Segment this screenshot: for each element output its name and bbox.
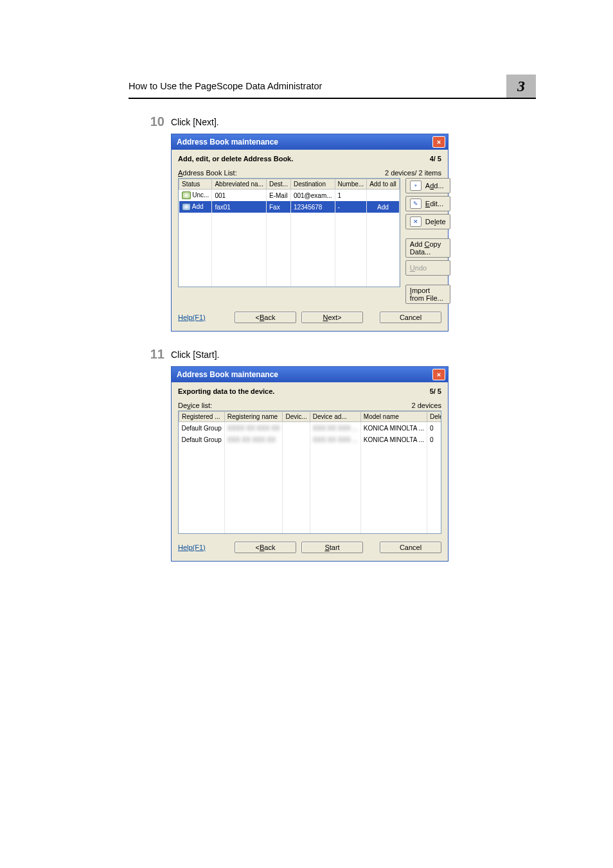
dialog4-counter: 2 devices/ 2 items bbox=[385, 169, 441, 177]
device-list[interactable]: Registered ... Registering name Devic...… bbox=[178, 411, 441, 534]
col-device[interactable]: Devic... bbox=[283, 412, 310, 422]
chapter-tab: 3 bbox=[506, 75, 536, 98]
header-title: How to Use the PageScope Data Administra… bbox=[129, 81, 506, 94]
redacted-text: XXX XX XXX ... bbox=[313, 425, 358, 432]
dialog5-page-indicator: 5/ 5 bbox=[430, 387, 441, 395]
add-icon: + bbox=[410, 181, 422, 191]
close-icon[interactable]: × bbox=[432, 369, 445, 380]
cancel-button[interactable]: Cancel bbox=[380, 312, 441, 323]
back-button[interactable]: <Back bbox=[235, 542, 296, 553]
col-delete[interactable]: Delete bbox=[427, 412, 441, 422]
redacted-text: XXX XX XXX ... bbox=[313, 436, 358, 443]
col-status[interactable]: Status bbox=[179, 179, 212, 190]
next-button[interactable]: Next> bbox=[301, 312, 363, 323]
col-registering-name[interactable]: Registering name bbox=[224, 412, 283, 422]
edit-icon: ✎ bbox=[410, 199, 422, 209]
start-button[interactable]: Start bbox=[301, 542, 363, 553]
dialog5-counter: 2 devices bbox=[412, 402, 441, 409]
col-device-addr[interactable]: Device ad... bbox=[310, 412, 360, 422]
dialog4-list-label: ddress Book List: bbox=[182, 169, 236, 177]
dialog5-subtitle: Exporting data to the device. bbox=[178, 387, 274, 395]
col-registered[interactable]: Registered ... bbox=[179, 412, 225, 422]
redacted-text: XXX XX XXX XX bbox=[227, 436, 276, 443]
step-10-number: 10 bbox=[129, 114, 171, 128]
dialog4-subtitle: Add, edit, or delete Address Book. bbox=[178, 155, 293, 163]
dialog5-title: Address Book maintenance bbox=[177, 370, 432, 379]
table-row[interactable]: Default Group XXXX XX XXX XX XXX XX XXX … bbox=[179, 422, 442, 434]
help-link[interactable]: Help(F1) bbox=[178, 544, 229, 551]
dialog4-page-indicator: 4/ 5 bbox=[430, 155, 441, 163]
status-unchanged-icon bbox=[182, 191, 191, 199]
col-dest[interactable]: Dest... bbox=[267, 179, 291, 190]
cancel-button[interactable]: Cancel bbox=[380, 542, 441, 553]
delete-icon: ✕ bbox=[410, 217, 422, 227]
status-add-icon bbox=[182, 203, 191, 211]
col-abbr[interactable]: Abbreviated na... bbox=[212, 179, 267, 190]
table-row[interactable]: Default Group XXX XX XXX XX XXX XX XXX .… bbox=[179, 434, 442, 445]
table-row[interactable]: Unc... 001 E-Mail 001@exam... 1 bbox=[179, 190, 400, 202]
col-destination[interactable]: Destination bbox=[290, 179, 335, 190]
back-button[interactable]: <Back bbox=[235, 312, 296, 323]
col-addtoall[interactable]: Add to all bbox=[367, 179, 400, 190]
add-button[interactable]: + Add... bbox=[405, 178, 450, 193]
undo-button: Undo bbox=[405, 260, 450, 276]
step-10-text: Click [Next]. bbox=[171, 114, 536, 127]
redacted-text: XXXX XX XXX XX bbox=[227, 425, 280, 432]
step-11-text: Click [Start]. bbox=[171, 347, 536, 360]
dialog4-title: Address Book maintenance bbox=[177, 137, 432, 146]
col-model-name[interactable]: Model name bbox=[360, 412, 427, 422]
add-copy-data-button[interactable]: Add Copy Data... bbox=[405, 238, 450, 258]
dialog-address-book-step4: Address Book maintenance × Add, edit, or… bbox=[171, 134, 449, 332]
col-number[interactable]: Numbe... bbox=[335, 179, 367, 190]
edit-button[interactable]: ✎ Edit... bbox=[405, 196, 450, 211]
step-11-number: 11 bbox=[129, 347, 171, 361]
close-icon[interactable]: × bbox=[432, 136, 445, 148]
help-link[interactable]: Help(F1) bbox=[178, 314, 229, 321]
dialog-address-book-step5: Address Book maintenance × Exporting dat… bbox=[171, 366, 449, 562]
table-row[interactable]: Add fax01 Fax 12345678 - Add bbox=[179, 201, 400, 213]
delete-button[interactable]: ✕ Delete bbox=[405, 214, 450, 229]
import-from-file-button[interactable]: Import from File... bbox=[405, 285, 450, 304]
address-book-list[interactable]: Status Abbreviated na... Dest... Destina… bbox=[178, 178, 400, 287]
